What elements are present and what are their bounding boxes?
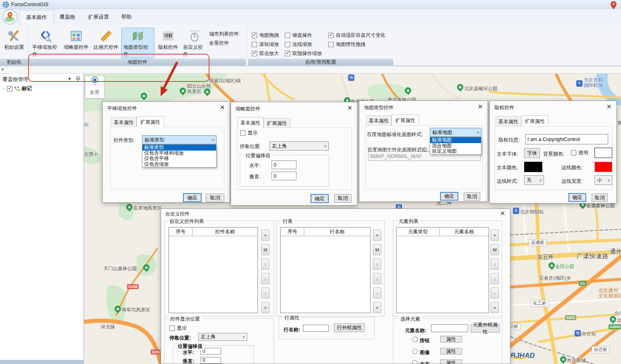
vertical-input[interactable] xyxy=(272,172,296,180)
transparent-checkbox[interactable]: 透明 xyxy=(571,149,588,156)
thumbnail-control-button[interactable]: 缩略图控件 xyxy=(61,28,91,51)
scale-control-button[interactable]: 比例尺控件 xyxy=(91,28,121,51)
dock-position-combobox[interactable]: 左上角 xyxy=(270,141,329,151)
element-frame-props-button[interactable]: 元素外框属性 xyxy=(471,324,500,333)
custom-control-button[interactable]: 自定义控件 xyxy=(181,28,208,58)
font-button[interactable]: 字体 xyxy=(524,148,540,158)
delete-button[interactable]: × xyxy=(491,302,499,313)
row-table[interactable]: 序号行名称 xyxy=(280,227,371,313)
dropdown-item[interactable]: 混合地图 xyxy=(430,143,481,149)
copyright-info-input[interactable] xyxy=(525,134,608,144)
checkbox-map-drag[interactable]: 地图拖拽 xyxy=(252,32,279,39)
delete-button[interactable]: × xyxy=(373,302,381,313)
checkbox-box[interactable] xyxy=(252,51,257,56)
panel-dropdown-icon[interactable]: ▼ xyxy=(67,77,72,81)
sidebar-scrollbar[interactable] xyxy=(0,360,84,364)
properties-button[interactable]: 属性 xyxy=(440,348,462,354)
close-icon[interactable]: ✕ xyxy=(219,104,226,111)
delete-button[interactable]: × xyxy=(261,302,270,313)
dropdown-item[interactable]: 仅包含平移和缩放 xyxy=(142,151,216,156)
close-icon[interactable]: ✕ xyxy=(477,103,484,110)
tab-basic-props[interactable]: 基本属性 xyxy=(111,117,137,127)
move-down-button[interactable]: ↓ xyxy=(261,273,270,284)
element-table[interactable]: 元素类型元素名称 xyxy=(396,227,489,313)
tab-help[interactable]: 帮助 xyxy=(115,10,138,24)
city-list-control-button[interactable]: 城市列表控件 xyxy=(209,29,239,38)
checkbox-box[interactable] xyxy=(252,42,257,47)
tab-basic-props[interactable]: 基本属性 xyxy=(366,115,392,125)
add-button[interactable]: + xyxy=(491,230,499,241)
element-name-input[interactable] xyxy=(431,324,468,332)
row-frame-props-button[interactable]: 行外框属性 xyxy=(334,323,365,332)
tree-item-marker[interactable]: 标记 xyxy=(2,85,32,92)
move-up-button[interactable]: ↑ xyxy=(491,259,499,270)
panorama-map-control[interactable]: 全景 xyxy=(85,76,104,98)
show-checkbox[interactable]: 显示 xyxy=(169,325,187,332)
cancel-button[interactable]: 取消 xyxy=(592,194,608,202)
checkbox-inertia-drag[interactable]: 地图惯性拖拽 xyxy=(328,41,366,48)
properties-button[interactable]: 属性 xyxy=(440,336,462,342)
move-down-button[interactable]: ↓ xyxy=(491,273,499,284)
cancel-button[interactable]: 取消 xyxy=(334,194,351,203)
tab-overlays[interactable]: 覆盖物 xyxy=(53,10,82,24)
bg-color-swatch[interactable] xyxy=(595,148,612,158)
panel-pin-icon[interactable] xyxy=(76,76,80,81)
ribbon-collapse-icon[interactable]: ▾ xyxy=(2,67,4,72)
tab-basic-operations[interactable]: 基本操作 xyxy=(19,10,54,25)
init-settings-button[interactable]: 初始设置 xyxy=(1,28,27,51)
vertical-input[interactable] xyxy=(200,357,221,364)
border-width-combobox[interactable]: 小 xyxy=(595,175,612,185)
dock-position-combobox[interactable]: 左上角 xyxy=(198,333,247,341)
map-type-control-button[interactable]: 地图类型控件 xyxy=(121,28,154,58)
modify-button[interactable]: M xyxy=(261,244,270,255)
checkbox-wheel-zoom[interactable]: 滚轮缩放 xyxy=(252,41,279,48)
checkbox-box[interactable] xyxy=(285,42,290,47)
remove-button[interactable]: - xyxy=(491,287,499,299)
add-button[interactable]: + xyxy=(261,230,270,241)
add-button[interactable]: + xyxy=(373,230,381,241)
tab-basic-props[interactable]: 基本属性 xyxy=(238,117,263,128)
show-checkbox[interactable]: 显示 xyxy=(240,129,258,136)
dropdown-item[interactable]: 仅包含平移 xyxy=(142,156,216,162)
checkbox-box[interactable] xyxy=(285,51,290,56)
move-up-button[interactable]: ↑ xyxy=(373,259,381,270)
modify-button[interactable]: M xyxy=(491,244,499,255)
checkbox-box[interactable] xyxy=(285,33,290,38)
checkbox-box[interactable] xyxy=(328,33,334,38)
control-type-combobox[interactable]: 标准类型 xyxy=(142,135,217,144)
dropdown-item[interactable]: 仅包含缩放 xyxy=(142,162,216,168)
checkbox-continuous-zoom[interactable]: 连续缩放 xyxy=(285,41,312,48)
dropdown-item[interactable]: 标准类型 xyxy=(142,145,216,151)
move-up-button[interactable]: ↑ xyxy=(261,259,270,270)
row-name-input[interactable] xyxy=(303,325,329,332)
dropdown-item[interactable]: 自定义地图 xyxy=(430,148,481,154)
ok-button[interactable]: 确定 xyxy=(310,194,329,203)
border-style-combobox[interactable]: 无 xyxy=(524,175,544,185)
remove-button[interactable]: - xyxy=(373,287,381,299)
move-down-button[interactable]: ↓ xyxy=(373,273,381,284)
checkbox-dblclick-zoom[interactable]: 双击放大 xyxy=(252,50,279,57)
modify-button[interactable]: M xyxy=(373,244,381,255)
radio-button-element[interactable] xyxy=(412,337,418,342)
checkbox-box[interactable] xyxy=(328,42,334,47)
close-icon[interactable]: ✕ xyxy=(605,103,613,110)
panorama-control-button[interactable]: 全景控件 xyxy=(209,38,229,48)
text-color-swatch[interactable] xyxy=(524,162,542,172)
horizontal-input[interactable] xyxy=(272,160,296,169)
app-menu-button[interactable] xyxy=(2,9,18,25)
close-icon[interactable]: ✕ xyxy=(346,104,354,112)
tab-extended-props[interactable]: 扩展属性 xyxy=(263,118,291,128)
checkbox-keyboard[interactable]: 键盘操作 xyxy=(285,32,312,39)
baidu-style-combobox[interactable]: 标准地图 xyxy=(430,128,481,137)
ok-button[interactable]: 确定 xyxy=(183,193,202,202)
radio-text-element[interactable] xyxy=(412,360,418,364)
tab-extended-props[interactable]: 扩展属性 xyxy=(521,115,549,126)
checkbox-pinch-zoom[interactable]: 双指操作缩放 xyxy=(285,50,322,57)
copyright-control-button[interactable]: 版权控件 xyxy=(155,28,181,51)
ok-button[interactable]: 确定 xyxy=(568,193,586,202)
cancel-button[interactable]: 取消 xyxy=(206,194,224,202)
tab-extended-props[interactable]: 扩展属性 xyxy=(392,115,419,125)
checkbox-box[interactable] xyxy=(252,33,257,38)
border-color-swatch[interactable] xyxy=(595,162,612,172)
remove-button[interactable]: - xyxy=(261,287,270,299)
